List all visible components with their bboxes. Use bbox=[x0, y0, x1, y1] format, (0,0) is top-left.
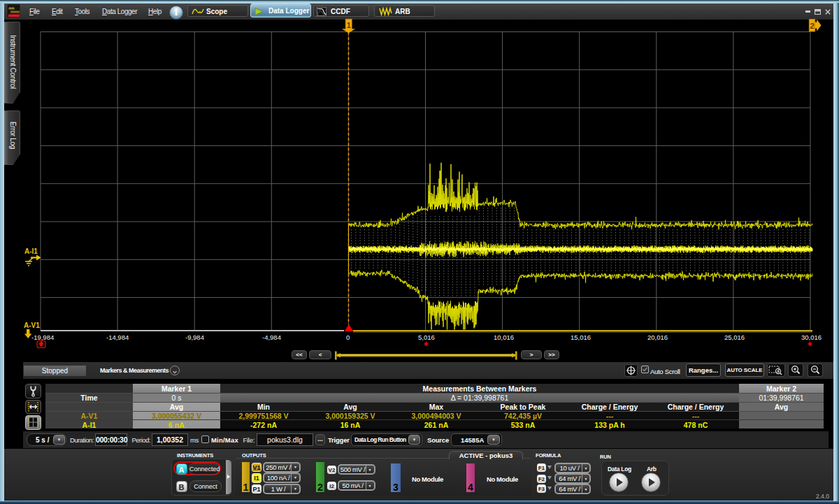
svg-text:2: 2 bbox=[810, 22, 814, 30]
svg-text:A-I1: A-I1 bbox=[24, 247, 38, 255]
svg-text:A-V1: A-V1 bbox=[24, 322, 40, 329]
svg-text:1: 1 bbox=[347, 21, 351, 29]
